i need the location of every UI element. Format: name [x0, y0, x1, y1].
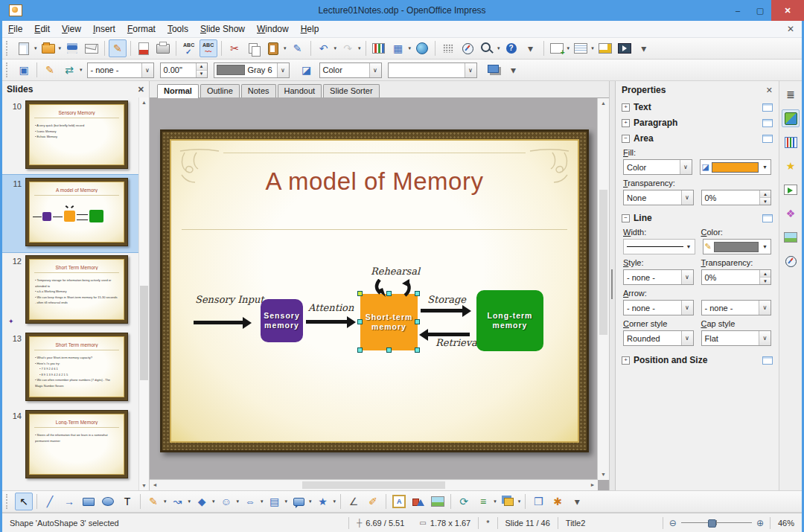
- select-tool-button[interactable]: ↖: [15, 493, 33, 510]
- selection-handle[interactable]: [415, 347, 420, 353]
- line-width-select[interactable]: ▼: [623, 239, 695, 254]
- spellcheck-button[interactable]: [180, 39, 198, 57]
- drawing-toolbar-options-button[interactable]: ▾: [568, 493, 586, 510]
- slide-layout-dropdown-icon[interactable]: ▾: [591, 45, 594, 51]
- line-color-select[interactable]: Gray 6 ∨: [214, 63, 290, 78]
- tab-handout[interactable]: Handout: [278, 84, 322, 97]
- scrollbar-thumb[interactable]: [140, 286, 148, 380]
- arrange-dropdown-icon[interactable]: ▾: [518, 499, 521, 504]
- print-button[interactable]: [154, 39, 172, 57]
- layout-name-field[interactable]: Title2: [558, 519, 663, 528]
- alignment-button[interactable]: ≡: [474, 493, 492, 510]
- scroll-up-icon[interactable]: ▲: [598, 98, 609, 109]
- selection-handle[interactable]: [357, 291, 363, 296]
- save-document-button[interactable]: [63, 39, 81, 57]
- chevron-down-icon[interactable]: ∨: [369, 63, 381, 77]
- expand-icon[interactable]: +: [622, 356, 630, 365]
- chevron-down-icon[interactable]: ∨: [759, 301, 770, 315]
- email-document-button[interactable]: [83, 39, 100, 57]
- fontwork-gallery-button[interactable]: [390, 493, 408, 510]
- start-slide-show-button[interactable]: [616, 39, 634, 57]
- block-arrows-tool-dropdown-icon[interactable]: ▾: [261, 499, 264, 504]
- hyperlink-button[interactable]: [413, 39, 431, 57]
- decrement-icon[interactable]: ▼: [760, 278, 770, 284]
- long-term-memory-shape[interactable]: Long-term memory: [476, 290, 543, 351]
- interaction-button[interactable]: ✱: [549, 493, 567, 510]
- new-document-button[interactable]: [15, 39, 33, 57]
- new-slide-button[interactable]: [548, 39, 566, 57]
- tab-notes[interactable]: Notes: [241, 84, 276, 97]
- sensory-memory-shape[interactable]: Sensory memory: [261, 299, 303, 342]
- undo-button[interactable]: ↶: [315, 39, 333, 57]
- more-options-icon[interactable]: [762, 103, 773, 112]
- line-fill-toolbar-options-button[interactable]: ▾: [505, 61, 523, 79]
- fill-type-select[interactable]: Color ∨: [623, 159, 692, 175]
- auto-spellcheck-button[interactable]: [200, 39, 217, 57]
- arrange-button[interactable]: [499, 493, 517, 510]
- extrusion-toggle-button[interactable]: ❒: [529, 493, 547, 510]
- line-style-select[interactable]: - none - ∨: [623, 269, 694, 285]
- selection-handle[interactable]: [415, 291, 420, 296]
- symbol-shapes-tool-button[interactable]: ☺: [217, 493, 235, 510]
- transparency-stepper[interactable]: 0% ▲▼: [701, 190, 772, 205]
- decrement-icon[interactable]: ▼: [760, 198, 770, 205]
- menu-insert[interactable]: Insert: [87, 22, 121, 36]
- slide-thumbnail-13[interactable]: 13 Short Term memory What's your Short-t…: [2, 330, 139, 407]
- toolbar-handle[interactable]: [6, 494, 11, 509]
- slide-title-text[interactable]: A model of Memory: [171, 167, 578, 196]
- input-arrow[interactable]: [194, 321, 243, 324]
- master-pages-tab-button[interactable]: [782, 133, 800, 151]
- slide-thumbnail-12[interactable]: 12 Short Term Memory Temporary storage f…: [2, 252, 139, 330]
- custom-animation-tab-button[interactable]: [782, 181, 800, 199]
- selection-handle[interactable]: [357, 347, 363, 353]
- rectangle-tool-button[interactable]: [80, 493, 98, 510]
- collapse-icon[interactable]: −: [622, 214, 630, 222]
- rehearsal-arrows[interactable]: [371, 279, 415, 297]
- undo-dropdown-icon[interactable]: ▾: [334, 45, 337, 51]
- horizontal-scrollbar[interactable]: ◄ ►: [150, 479, 598, 490]
- glue-points-tool-button[interactable]: ✐: [364, 493, 382, 510]
- close-icon[interactable]: ✕: [138, 85, 144, 94]
- alignment-dropdown-icon[interactable]: ▾: [494, 499, 497, 504]
- basic-shapes-tool-button[interactable]: ◆: [193, 493, 211, 510]
- more-options-icon[interactable]: [762, 356, 773, 365]
- paste-dropdown-icon[interactable]: ▾: [284, 45, 287, 51]
- clone-formatting-button[interactable]: ✎: [289, 39, 307, 57]
- storage-label[interactable]: Storage: [427, 294, 466, 305]
- scrollbar-thumb[interactable]: [302, 481, 446, 489]
- cut-button[interactable]: ✂: [226, 39, 243, 57]
- section-line[interactable]: − Line: [616, 210, 779, 225]
- line-width-stepper[interactable]: 0.00" ▲▼: [160, 63, 208, 78]
- navigator-button[interactable]: [459, 39, 476, 57]
- menu-tools[interactable]: Tools: [162, 22, 194, 36]
- insert-table-button[interactable]: ▦: [389, 39, 407, 57]
- close-button[interactable]: ✕: [771, 0, 804, 21]
- basic-shapes-tool-dropdown-icon[interactable]: ▾: [212, 499, 215, 504]
- chevron-down-icon[interactable]: ∨: [759, 331, 770, 345]
- menu-slide-show[interactable]: Slide Show: [194, 22, 251, 36]
- redo-dropdown-icon[interactable]: ▾: [358, 45, 361, 51]
- connector-tool-dropdown-icon[interactable]: ▾: [188, 499, 191, 504]
- slide-thumbnail-10[interactable]: 10 Sensory Memory A very quick (but brie…: [2, 97, 139, 175]
- storage-arrow[interactable]: [421, 309, 462, 313]
- ellipse-tool-button[interactable]: [99, 493, 117, 510]
- arrow-style-dropdown-icon[interactable]: ▾: [80, 67, 83, 73]
- export-pdf-button[interactable]: [135, 39, 153, 57]
- area-style-fill-button[interactable]: ◪: [298, 61, 316, 79]
- zoom-out-icon[interactable]: ⊖: [669, 518, 677, 528]
- edit-file-button[interactable]: ✎: [109, 39, 127, 57]
- curve-tool-button[interactable]: ✎: [144, 493, 162, 510]
- rotate-tool-button[interactable]: ⟳: [455, 493, 473, 510]
- menu-format[interactable]: Format: [121, 22, 162, 36]
- chevron-down-icon[interactable]: ∨: [681, 190, 693, 205]
- slide-layout-button[interactable]: [572, 39, 590, 57]
- increment-icon[interactable]: ▲: [760, 270, 770, 278]
- more-options-icon[interactable]: [762, 119, 773, 127]
- close-document-icon[interactable]: ✕: [787, 24, 794, 34]
- line-tool-button[interactable]: ╱: [41, 493, 59, 510]
- fill-color-select[interactable]: ∨: [388, 63, 477, 78]
- toolbar-handle[interactable]: [6, 63, 11, 77]
- line-style-select[interactable]: - none - ∨: [87, 63, 154, 78]
- zoom-percentage[interactable]: 46%: [770, 519, 802, 528]
- chevron-down-icon[interactable]: ▼: [761, 244, 769, 249]
